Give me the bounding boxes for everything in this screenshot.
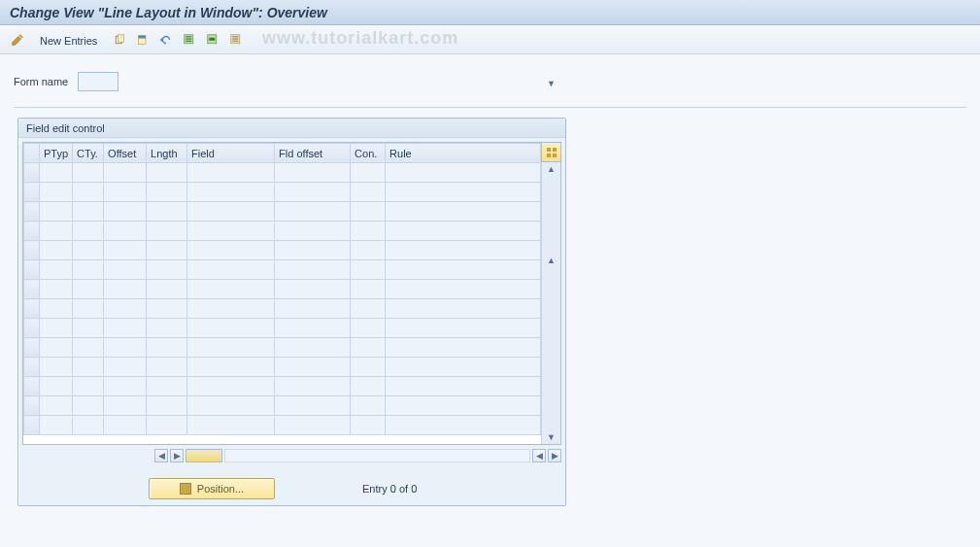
scroll-down-icon[interactable]: ▼ [547, 432, 556, 442]
cell[interactable] [104, 319, 147, 338]
cell[interactable] [40, 338, 73, 358]
cell[interactable] [351, 299, 386, 319]
cell[interactable] [386, 338, 541, 358]
cell[interactable] [275, 163, 351, 183]
row-selector[interactable] [24, 202, 40, 222]
cell[interactable] [275, 377, 351, 396]
cell[interactable] [147, 280, 187, 299]
copy-as-icon[interactable] [110, 30, 129, 50]
cell[interactable] [187, 202, 275, 222]
cell[interactable] [351, 358, 386, 377]
row-selector[interactable] [24, 163, 40, 183]
cell[interactable] [104, 358, 147, 377]
col-con[interactable]: Con. [351, 144, 386, 163]
select-all-icon[interactable] [180, 30, 199, 50]
row-selector[interactable] [24, 241, 40, 260]
cell[interactable] [187, 299, 275, 319]
cell[interactable] [187, 260, 275, 280]
cell[interactable] [40, 202, 73, 222]
cell[interactable] [147, 183, 187, 202]
hscroll-thumb[interactable] [186, 449, 222, 462]
cell[interactable] [104, 280, 147, 299]
cell[interactable] [386, 163, 541, 183]
cell[interactable] [147, 241, 187, 260]
undo-change-icon[interactable] [156, 30, 176, 50]
row-selector[interactable] [24, 396, 40, 416]
scroll-up-icon[interactable]: ▲ [547, 164, 556, 174]
cell[interactable] [40, 319, 73, 338]
cell[interactable] [275, 280, 351, 299]
cell[interactable] [147, 222, 187, 241]
cell[interactable] [275, 202, 351, 222]
cell[interactable] [104, 260, 147, 280]
cell[interactable] [275, 416, 351, 435]
cell[interactable] [73, 222, 104, 241]
cell[interactable] [275, 299, 351, 319]
cell[interactable] [147, 416, 187, 435]
row-selector[interactable] [24, 183, 40, 202]
cell[interactable] [147, 202, 187, 222]
cell[interactable] [147, 396, 187, 416]
cell[interactable] [73, 260, 104, 280]
cell[interactable] [275, 396, 351, 416]
delete-icon[interactable] [133, 30, 152, 50]
cell[interactable] [386, 299, 541, 319]
hscroll-right-icon[interactable]: ▶ [170, 449, 184, 462]
cell[interactable] [351, 260, 386, 280]
col-field[interactable]: Field [187, 144, 275, 163]
select-block-icon[interactable] [203, 30, 222, 50]
form-name-input[interactable] [78, 72, 118, 91]
cell[interactable] [386, 377, 541, 396]
cell[interactable] [104, 222, 147, 241]
vertical-scrollbar[interactable]: ▲ ▼ ▲ ▼ [541, 162, 560, 444]
deselect-all-icon[interactable] [226, 30, 246, 50]
cell[interactable] [386, 396, 541, 416]
cell[interactable] [386, 358, 541, 377]
new-entries-button[interactable]: New Entries [31, 30, 106, 50]
scroll-page-up-icon[interactable]: ▲ [547, 256, 556, 265]
cell[interactable] [386, 183, 541, 202]
cell[interactable] [187, 319, 275, 338]
hscroll-left-end-icon[interactable]: ◀ [532, 449, 546, 462]
row-selector[interactable] [24, 222, 40, 241]
cell[interactable] [351, 163, 386, 183]
cell[interactable] [386, 202, 541, 222]
hscroll-left-icon[interactable]: ◀ [154, 449, 168, 462]
cell[interactable] [275, 338, 351, 358]
hscroll-track[interactable] [224, 449, 530, 462]
cell[interactable] [40, 280, 73, 299]
cell[interactable] [351, 396, 386, 416]
row-selector[interactable] [24, 260, 40, 280]
cell[interactable] [386, 222, 541, 241]
cell[interactable] [351, 183, 386, 202]
cell[interactable] [40, 396, 73, 416]
col-ptyp[interactable]: PTyp [40, 144, 73, 163]
cell[interactable] [275, 358, 351, 377]
cell[interactable] [73, 202, 104, 222]
row-selector[interactable] [24, 280, 40, 299]
cell[interactable] [386, 319, 541, 338]
cell[interactable] [187, 280, 275, 299]
cell[interactable] [73, 241, 104, 260]
cell[interactable] [73, 299, 104, 319]
cell[interactable] [351, 241, 386, 260]
cell[interactable] [187, 241, 275, 260]
col-offset[interactable]: Offset [104, 144, 147, 163]
cell[interactable] [73, 163, 104, 183]
cell[interactable] [187, 396, 275, 416]
cell[interactable] [40, 260, 73, 280]
cell[interactable] [351, 416, 386, 435]
cell[interactable] [104, 163, 147, 183]
cell[interactable] [73, 377, 104, 396]
table-settings-button[interactable] [541, 143, 560, 162]
cell[interactable] [386, 241, 541, 260]
cell[interactable] [147, 299, 187, 319]
cell[interactable] [40, 163, 73, 183]
cell[interactable] [73, 358, 104, 377]
cell[interactable] [187, 163, 275, 183]
hscroll-right-end-icon[interactable]: ▶ [548, 449, 561, 462]
cell[interactable] [187, 416, 275, 435]
cell[interactable] [187, 183, 275, 202]
cell[interactable] [386, 280, 541, 299]
cell[interactable] [104, 338, 147, 358]
